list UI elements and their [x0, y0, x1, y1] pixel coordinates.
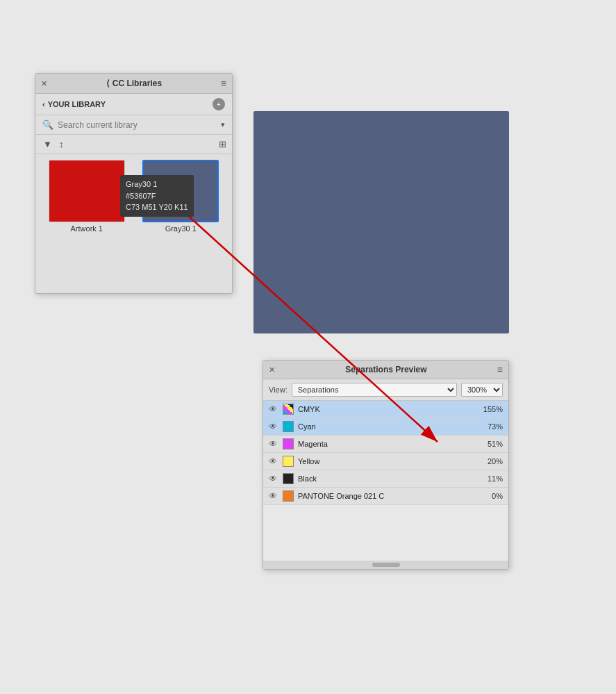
library-name: ‹ YOUR LIBRARY — [42, 100, 106, 108]
sep-eye-black[interactable]: 👁 — [269, 474, 278, 484]
sep-row-cmyk[interactable]: 👁 CMYK 155% — [263, 401, 508, 418]
grid-view-icon[interactable]: ⊞ — [219, 139, 226, 149]
panel-close-icon[interactable]: ✕ — [41, 79, 47, 88]
sep-swatch-yellow — [283, 456, 294, 467]
sep-swatch-black — [283, 473, 294, 484]
sep-row-yellow[interactable]: 👁 Yellow 20% — [263, 453, 508, 470]
sep-row-pantone[interactable]: 👁 PANTONE Orange 021 C 0% — [263, 488, 508, 505]
library-item-artwork1[interactable]: Artwork 1 — [41, 160, 133, 288]
sep-swatch-magenta — [283, 438, 294, 449]
search-bar: 🔍 ▾ — [35, 115, 232, 135]
sep-panel-titlebar: ✕ Separations Preview ≡ — [263, 361, 508, 379]
sep-scrollbar[interactable] — [263, 561, 508, 569]
sep-percent-magenta: 51% — [478, 440, 503, 448]
sep-percent-yellow: 20% — [478, 457, 503, 465]
artwork1-label: Artwork 1 — [71, 224, 103, 233]
separations-panel: ✕ Separations Preview ≡ View: Separation… — [263, 360, 509, 570]
sep-rows: 👁 CMYK 155% 👁 Cyan 73% 👁 Magenta 51% 👁 Y… — [263, 401, 508, 505]
sep-swatch-pantone — [283, 490, 294, 502]
color-preview-area — [253, 111, 509, 333]
sep-name-cyan: Cyan — [298, 422, 474, 431]
sep-panel-menu-icon[interactable]: ≡ — [497, 364, 503, 375]
sep-swatch-cmyk — [283, 404, 294, 415]
panel-toolbar: ▼ ↕ ⊞ — [35, 135, 232, 154]
sep-percent-cmyk: 155% — [478, 405, 503, 413]
sep-row-cyan[interactable]: 👁 Cyan 73% — [263, 418, 508, 436]
sep-row-black[interactable]: 👁 Black 11% — [263, 470, 508, 488]
sep-name-cmyk: CMYK — [298, 405, 474, 413]
sep-eye-cyan[interactable]: 👁 — [269, 422, 278, 431]
invite-icon[interactable]: + — [213, 98, 225, 110]
sep-view-bar: View: Separations In-RIP Separations Com… — [263, 379, 508, 401]
sep-row-magenta[interactable]: 👁 Magenta 51% — [263, 436, 508, 453]
sep-eye-pantone[interactable]: 👁 — [269, 491, 278, 501]
sep-name-magenta: Magenta — [298, 440, 474, 448]
sort-icon[interactable]: ↕ — [57, 138, 66, 151]
panel-title: ⟨ CC Libraries — [106, 79, 162, 88]
sep-swatch-cyan — [283, 421, 294, 432]
library-grid: Artwork 1 Gray30 1 — [35, 154, 232, 293]
cc-libraries-panel: ✕ ⟨ CC Libraries ≡ ‹ YOUR LIBRARY + 🔍 ▾ … — [35, 73, 233, 294]
sep-scrollbar-thumb — [372, 563, 400, 567]
filter-icon[interactable]: ▼ — [41, 138, 54, 151]
sep-name-yellow: Yellow — [298, 457, 474, 465]
sep-panel-close-icon[interactable]: ✕ — [269, 365, 275, 374]
library-item-gray30[interactable]: Gray30 1 — [135, 160, 227, 288]
sep-panel-title: Separations Preview — [345, 365, 426, 374]
panel-title-chevron: ⟨ — [106, 79, 110, 88]
panel-menu-icon[interactable]: ≡ — [221, 78, 226, 89]
sep-eye-magenta[interactable]: 👁 — [269, 439, 278, 449]
sep-name-black: Black — [298, 474, 474, 483]
sep-bottom-area — [263, 505, 508, 561]
search-input[interactable] — [58, 120, 217, 130]
library-header: ‹ YOUR LIBRARY + — [35, 94, 232, 115]
gray30-thumbnail — [142, 160, 219, 222]
sep-view-label: View: — [269, 386, 288, 394]
sep-eye-yellow[interactable]: 👁 — [269, 456, 278, 466]
search-dropdown-arrow[interactable]: ▾ — [221, 120, 225, 129]
gray30-label: Gray30 1 — [165, 224, 197, 233]
artwork1-thumbnail — [49, 160, 125, 222]
sep-zoom-dropdown[interactable]: 300% 200% 150% 100% 75% 50% — [461, 383, 503, 397]
sep-percent-cyan: 73% — [478, 422, 503, 431]
library-chevron: ‹ — [42, 100, 45, 108]
panel-titlebar: ✕ ⟨ CC Libraries ≡ — [35, 74, 232, 94]
sep-eye-cmyk[interactable]: 👁 — [269, 404, 278, 414]
sep-percent-pantone: 0% — [478, 492, 503, 500]
search-icon: 🔍 — [42, 119, 53, 130]
sep-view-dropdown[interactable]: Separations In-RIP Separations Composite — [292, 383, 457, 397]
sep-percent-black: 11% — [478, 474, 503, 483]
sep-name-pantone: PANTONE Orange 021 C — [298, 492, 474, 500]
